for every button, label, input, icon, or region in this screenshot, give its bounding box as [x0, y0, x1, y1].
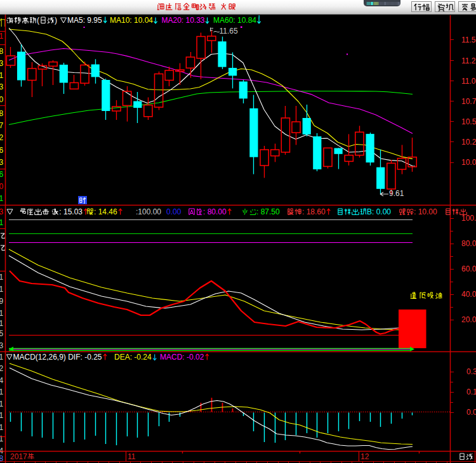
svg-text:4: 4 [0, 376, 4, 385]
svg-text:MACD: -0.02: MACD: -0.02 [160, 353, 204, 362]
svg-text:DEA: -0.24: DEA: -0.24 [114, 353, 152, 362]
svg-text:0.30: 0.30 [466, 367, 476, 376]
svg-text:11.00: 11.00 [461, 77, 476, 86]
svg-text:1: 1 [0, 71, 4, 80]
svg-text:2017: 2017 [10, 452, 27, 461]
svg-text:(: ( [37, 16, 39, 25]
svg-text:2: 2 [0, 364, 4, 373]
svg-text:1: 1 [0, 218, 4, 227]
svg-text:: 80.00: : 80.00 [203, 207, 227, 216]
svg-text:8: 8 [0, 47, 4, 56]
svg-text:1: 1 [0, 353, 4, 362]
svg-text:9.61: 9.61 [389, 189, 404, 198]
svg-text:80.00: 80.00 [461, 239, 476, 248]
svg-text:11.50: 11.50 [461, 36, 476, 44]
svg-text:1: 1 [0, 434, 4, 443]
svg-text:10.00: 10.00 [461, 158, 476, 167]
svg-text:8: 8 [0, 109, 4, 118]
svg-text:MA10: 10.04: MA10: 10.04 [110, 16, 153, 25]
svg-text:1: 1 [0, 423, 4, 432]
svg-text:10.25: 10.25 [461, 138, 476, 147]
svg-text:9: 9 [0, 297, 4, 306]
svg-text:3: 3 [0, 59, 4, 68]
svg-text:1: 1 [0, 194, 4, 203]
svg-text:MA60: 10.84: MA60: 10.84 [213, 16, 256, 25]
svg-text:: 87.50: : 87.50 [256, 207, 280, 216]
svg-text:3: 3 [0, 82, 4, 91]
svg-text::100.00: :100.00 [136, 207, 161, 216]
svg-text:11: 11 [128, 452, 136, 461]
svg-text:1: 1 [0, 285, 4, 294]
svg-text:0: 0 [0, 182, 4, 191]
svg-text:0.00: 0.00 [466, 408, 476, 417]
svg-text:3: 3 [0, 158, 4, 167]
svg-text:1: 1 [0, 388, 4, 396]
svg-text:1: 1 [0, 411, 4, 420]
svg-text:20.00: 20.00 [461, 315, 476, 324]
svg-text:MA20: 10.33: MA20: 10.33 [162, 16, 205, 25]
svg-text:B: 0.00: B: 0.00 [367, 207, 391, 216]
svg-text:5: 5 [0, 329, 4, 338]
svg-text:1: 1 [0, 309, 4, 318]
svg-text:: 15.03: : 15.03 [59, 207, 83, 216]
svg-text:6: 6 [0, 170, 4, 179]
svg-text:3: 3 [0, 207, 4, 216]
svg-text:10.50: 10.50 [461, 117, 476, 126]
svg-text:: 14.46: : 14.46 [94, 207, 117, 216]
svg-text:MACD(12,26,9) DIF: -0.25: MACD(12,26,9) DIF: -0.25 [13, 353, 102, 362]
svg-text:: 18.60: : 18.60 [302, 207, 326, 216]
svg-text:11.65: 11.65 [220, 27, 238, 36]
svg-text:1: 1 [0, 319, 4, 328]
svg-text:100.00: 100.00 [461, 214, 476, 223]
svg-text:12: 12 [360, 452, 369, 461]
svg-text:60.00: 60.00 [461, 264, 476, 273]
svg-text:: 10.00: : 10.00 [414, 207, 437, 216]
svg-text:7: 7 [0, 121, 4, 130]
svg-text:3: 3 [0, 341, 4, 350]
svg-text:): ) [55, 16, 57, 25]
svg-text:6: 6 [0, 146, 4, 155]
svg-text:0.15: 0.15 [466, 388, 476, 396]
svg-text:1: 1 [0, 32, 4, 41]
svg-text:1: 1 [0, 400, 4, 408]
svg-text:2: 2 [0, 133, 4, 142]
svg-text:1: 1 [0, 273, 4, 282]
svg-text:10.75: 10.75 [461, 97, 476, 106]
svg-text:0.00: 0.00 [166, 207, 182, 216]
svg-text:MA5: 9.95: MA5: 9.95 [67, 16, 102, 25]
svg-text:0: 0 [0, 95, 4, 104]
svg-text:40.00: 40.00 [461, 290, 476, 299]
svg-text:11.25: 11.25 [461, 56, 476, 65]
